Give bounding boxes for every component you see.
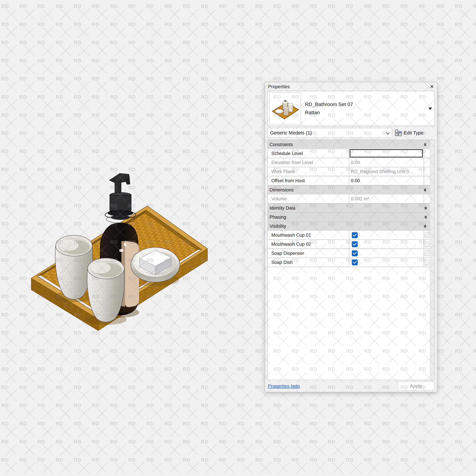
watermark-text: RD — [473, 348, 476, 354]
watermark-cross — [459, 208, 471, 220]
watermark-cross — [115, 9, 126, 20]
watermark-text: RD — [473, 58, 476, 64]
watermark-text: RD — [255, 167, 263, 172]
type-selector-arrow-icon[interactable] — [428, 108, 432, 110]
watermark-cross — [133, 81, 144, 92]
watermark-cross — [60, 408, 71, 419]
watermark-text: RD — [201, 21, 208, 27]
category-filter-dropdown[interactable]: Generic Models (1) — [268, 128, 392, 138]
property-value[interactable] — [349, 231, 424, 239]
watermark-text: RD — [37, 76, 45, 82]
property-value[interactable] — [349, 149, 424, 158]
watermark-cross — [332, 444, 343, 455]
edit-type-button[interactable]: Edit Type — [395, 129, 424, 136]
section-header-visibility[interactable]: Visibility« — [268, 222, 430, 231]
section-header-identity-data[interactable]: Identity Data« — [268, 204, 430, 213]
watermark-text: RD — [455, 239, 462, 245]
watermark-text: RD — [128, 21, 136, 27]
watermark-cross — [260, 63, 271, 74]
watermark-text: RD — [291, 421, 299, 426]
watermark-text: RD — [328, 58, 335, 64]
watermark-cross — [242, 372, 253, 383]
watermark-text: RD — [328, 76, 335, 82]
property-value[interactable] — [349, 240, 424, 249]
property-value[interactable]: 0.00 — [349, 176, 424, 185]
watermark-cross — [151, 81, 162, 92]
watermark-text: RD — [419, 403, 426, 408]
watermark-cross — [278, 45, 289, 56]
section-header-phasing[interactable]: Phasing« — [268, 213, 430, 222]
watermark-cross — [242, 281, 253, 292]
checkbox-soap-dispenser-checked[interactable] — [352, 250, 358, 256]
associate-parameter-button[interactable] — [425, 232, 429, 238]
property-value[interactable] — [349, 249, 424, 258]
section-header-dimensions[interactable]: Dimensions« — [268, 185, 430, 194]
watermark-text: RD — [128, 112, 136, 118]
watermark-text: RD — [255, 257, 263, 263]
watermark-text: RD — [37, 421, 45, 426]
watermark-cross — [278, 444, 289, 455]
watermark-cross — [423, 462, 434, 474]
property-value[interactable] — [349, 258, 424, 267]
watermark-cross — [223, 354, 235, 365]
watermark-cross — [387, 444, 398, 455]
watermark-cross — [42, 354, 53, 365]
focused-value-input[interactable] — [350, 149, 423, 157]
watermark-text: RD — [455, 312, 462, 318]
chevron-double-down-icon[interactable]: « — [423, 214, 428, 220]
chevron-double-down-icon[interactable]: « — [423, 205, 428, 211]
checkbox-mouthwash-cup-01-checked[interactable] — [352, 232, 358, 238]
associate-parameter-button[interactable] — [425, 241, 429, 247]
watermark-cross — [314, 63, 325, 74]
watermark-text: RD — [165, 421, 172, 426]
watermark-text: RD — [110, 421, 118, 426]
watermark-cross — [459, 45, 471, 56]
properties-help-link[interactable]: Properties help — [268, 383, 300, 389]
property-row-offset-from-host: Offset from Host0.00 — [268, 176, 430, 185]
watermark-cross — [278, 462, 289, 474]
watermark-text: RD — [346, 457, 354, 463]
watermark-cross — [242, 172, 253, 183]
watermark-cross — [223, 245, 235, 256]
watermark-cross — [441, 263, 452, 274]
watermark-text: RD — [255, 275, 263, 281]
chevron-double-up-icon[interactable]: « — [423, 187, 428, 193]
watermark-text: RD — [56, 457, 63, 463]
watermark-text: RD — [110, 366, 118, 372]
watermark-text: RD — [237, 58, 245, 64]
chevron-double-up-icon[interactable]: « — [423, 142, 428, 148]
section-header-constraints[interactable]: Constraints« — [268, 140, 430, 149]
model-viewport[interactable] — [21, 158, 220, 347]
chevron-double-up-icon[interactable]: « — [423, 223, 428, 229]
associate-parameter-button[interactable] — [425, 259, 429, 265]
watermark-text: RD — [237, 40, 245, 45]
watermark-cross — [459, 63, 471, 74]
watermark-text: RD — [1, 457, 9, 463]
watermark-cross — [387, 408, 398, 419]
close-icon[interactable]: ✕ — [430, 84, 434, 89]
watermark-cross — [314, 9, 325, 20]
watermark-text: RD — [110, 21, 118, 27]
watermark-text: RD — [165, 94, 172, 100]
checkbox-soap-dish-checked[interactable] — [352, 259, 358, 265]
property-row-mouthwash-cup-01: Mouthwash Cup 01 — [268, 231, 430, 240]
type-header[interactable]: RD_Bathroom Set 07 Rattan — [268, 91, 435, 126]
watermark-text: RD — [455, 130, 462, 136]
watermark-cross — [205, 462, 216, 474]
watermark-text: RD — [455, 94, 462, 100]
watermark-cross — [24, 45, 35, 56]
checkbox-mouthwash-cup-02-checked[interactable] — [352, 241, 358, 247]
watermark-text: RD — [110, 475, 118, 476]
watermark-cross — [459, 154, 471, 165]
panel-titlebar[interactable]: Properties ✕ — [265, 82, 437, 91]
watermark-text: RD — [56, 40, 63, 45]
property-value: RD_Ragrund Shelfing Unit 0... — [349, 167, 424, 176]
associate-parameter-button[interactable] — [425, 250, 429, 256]
watermark-text: RD — [291, 58, 299, 64]
scrollbar-gutter[interactable] — [430, 140, 434, 380]
watermark-text: RD — [237, 149, 245, 154]
watermark-cross — [441, 245, 452, 256]
apply-button[interactable]: Apply — [398, 382, 434, 391]
watermark-cross — [97, 444, 108, 455]
watermark-cross — [223, 100, 235, 111]
